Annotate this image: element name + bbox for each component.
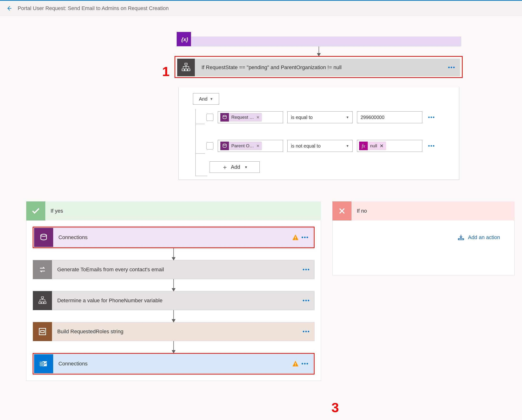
step-more-icon[interactable]: •••: [303, 297, 310, 304]
condition-icon: [177, 59, 195, 76]
step-generate-toemails[interactable]: Generate ToEmails from every contact's e…: [33, 260, 315, 279]
condition-header[interactable]: If RequestState == "pending" and ParentO…: [177, 59, 460, 76]
add-condition-button[interactable]: ＋ Add ▼: [210, 161, 260, 173]
dataverse-icon: [220, 142, 229, 150]
connector-arrow: [173, 310, 174, 322]
step-label: Build RequestedRoles string: [57, 328, 303, 335]
if-no-header[interactable]: If no: [332, 201, 514, 221]
svg-rect-15: [41, 331, 44, 333]
step-more-icon[interactable]: •••: [303, 328, 310, 335]
token-remove-icon[interactable]: ✕: [256, 115, 260, 120]
operator-dropdown[interactable]: is equal to ▼: [287, 111, 353, 123]
flow-canvas[interactable]: {x} 1 If RequestState == "pending" and P…: [0, 16, 522, 420]
svg-point-7: [41, 234, 46, 237]
chevron-down-icon: ▼: [346, 115, 349, 119]
plus-icon: ＋: [222, 163, 228, 171]
dataverse-token[interactable]: Parent O… ✕: [220, 142, 262, 150]
left-operand-field[interactable]: Parent O… ✕: [218, 140, 283, 152]
step-determine-phonenumber[interactable]: Determine a value for PhoneNumber variab…: [33, 291, 315, 310]
step-more-icon[interactable]: •••: [301, 234, 309, 241]
svg-rect-8: [295, 237, 296, 238]
chevron-down-icon: ▼: [245, 165, 247, 169]
expression-token[interactable]: fx null ✕: [359, 142, 386, 150]
dataverse-token[interactable]: Request … ✕: [220, 113, 262, 122]
condition-more-icon[interactable]: •••: [447, 64, 457, 71]
close-icon: [332, 201, 352, 221]
back-button[interactable]: [5, 4, 13, 13]
row-more-icon[interactable]: •••: [428, 114, 435, 120]
value-field[interactable]: 299600000: [357, 111, 422, 123]
row-more-icon[interactable]: •••: [428, 143, 435, 149]
svg-rect-21: [458, 239, 464, 240]
svg-rect-14: [39, 328, 46, 335]
if-yes-body: Connections ••• Generate ToEmails from e…: [26, 221, 321, 381]
step-connections[interactable]: Connections •••: [34, 228, 313, 247]
condition-body: And ▼ Request …: [178, 87, 459, 180]
condition-icon: [33, 291, 52, 310]
add-label: Add: [231, 164, 240, 170]
connector-arrow: [319, 46, 319, 56]
token-remove-icon[interactable]: ✕: [256, 144, 260, 148]
svg-text:{x}: {x}: [181, 36, 188, 42]
add-action-label: Add an action: [468, 234, 500, 241]
token-remove-icon[interactable]: ✕: [380, 143, 384, 149]
dataverse-icon: [34, 228, 53, 247]
svg-rect-2: [182, 69, 184, 71]
condition-tree: Request … ✕ is equal to ▼ 299600000 •••: [195, 111, 445, 173]
previous-step[interactable]: {x}: [177, 37, 461, 46]
svg-rect-17: [40, 362, 44, 366]
svg-rect-20: [295, 365, 296, 366]
chevron-down-icon: ▼: [346, 144, 349, 148]
step-label: Generate ToEmails from every contact's e…: [57, 267, 303, 273]
token-label: Request …: [231, 115, 254, 120]
operator-dropdown[interactable]: is not equal to ▼: [287, 140, 353, 152]
svg-rect-13: [44, 302, 46, 303]
chevron-down-icon: ▼: [210, 97, 213, 101]
warning-icon: [292, 360, 299, 367]
outlook-icon: [34, 354, 53, 373]
svg-point-5: [223, 115, 227, 117]
connector-arrow: [173, 341, 174, 353]
flow-title: Portal User Request: Send Email to Admin…: [18, 5, 169, 11]
if-yes-branch: If yes Connections •••: [26, 201, 321, 381]
operator-label: is equal to: [291, 115, 313, 120]
add-action-icon: [457, 234, 465, 241]
fx-icon: fx: [359, 142, 368, 150]
token-label: Parent O…: [231, 143, 254, 148]
if-yes-header[interactable]: If yes: [26, 201, 321, 221]
value-field[interactable]: fx null ✕: [357, 140, 422, 152]
loop-icon: [33, 260, 52, 279]
row-checkbox[interactable]: [206, 142, 214, 149]
if-no-body: Add an action: [332, 221, 514, 275]
check-icon: [26, 201, 45, 221]
row-checkbox[interactable]: [206, 114, 214, 121]
if-no-branch: If no Add an action: [332, 201, 514, 275]
token-label: null: [370, 143, 377, 148]
svg-rect-3: [185, 69, 187, 71]
step-label: Determine a value for PhoneNumber variab…: [57, 298, 303, 304]
group-operator-label: And: [199, 96, 207, 102]
group-operator-dropdown[interactable]: And ▼: [193, 93, 219, 105]
condition-title: If RequestState == "pending" and ParentO…: [201, 64, 447, 70]
operator-label: is not equal to: [291, 143, 321, 149]
svg-rect-9: [295, 239, 296, 240]
scope-icon: [33, 322, 52, 341]
svg-rect-4: [188, 69, 190, 71]
annotation-1: 1: [162, 64, 169, 79]
value-text: 299600000: [361, 115, 384, 120]
step-more-icon[interactable]: •••: [303, 266, 310, 273]
step-more-icon[interactable]: •••: [301, 360, 309, 367]
step-label: Connections: [58, 234, 292, 241]
left-operand-field[interactable]: Request … ✕: [218, 111, 283, 123]
svg-rect-19: [295, 363, 296, 365]
annotation-3: 3: [331, 400, 339, 415]
step-build-requestedroles[interactable]: Build RequestedRoles string •••: [33, 322, 315, 341]
svg-rect-11: [39, 302, 41, 303]
highlight-box: Connections •••: [33, 353, 315, 374]
connector-arrow: [173, 248, 174, 260]
if-yes-label: If yes: [51, 208, 63, 214]
highlight-box: Connections •••: [33, 227, 315, 248]
step-connections-outlook[interactable]: Connections •••: [34, 354, 313, 373]
condition-row: Request … ✕ is equal to ▼ 299600000 •••: [206, 111, 445, 123]
add-action-button[interactable]: Add an action: [339, 227, 508, 248]
